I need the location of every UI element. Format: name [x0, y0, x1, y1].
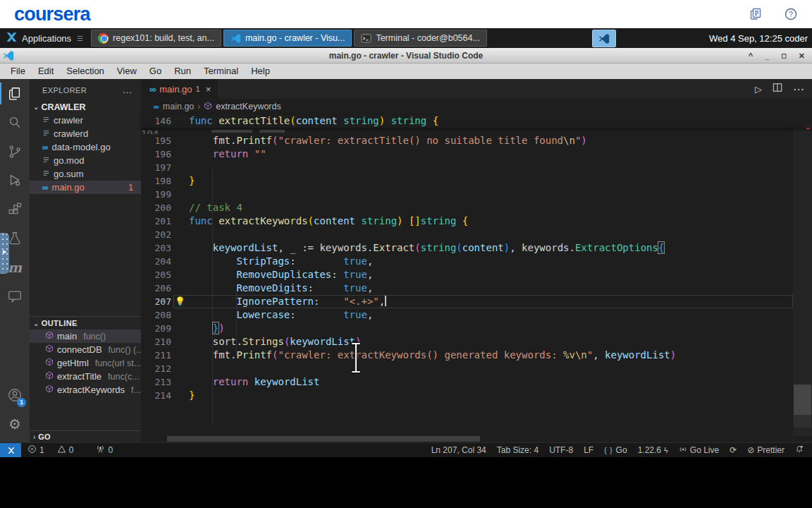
tab-main-go[interactable]: ∞ main.go 1 ×	[141, 79, 218, 99]
taskbar-window-3[interactable]: Terminal - coder@b0564...	[354, 30, 486, 47]
outline-extractKeywords[interactable]: extractKeywordsf...	[30, 383, 141, 397]
code-line-196[interactable]: 196 return ""	[141, 147, 812, 161]
menu-run[interactable]: Run	[168, 64, 197, 79]
status-sync[interactable]: ⟳	[730, 445, 737, 455]
outline-header[interactable]: ⌄ OUTLINE	[30, 316, 141, 329]
minimize-button[interactable]: _	[765, 52, 769, 60]
split-editor-icon[interactable]	[773, 83, 782, 95]
line-number[interactable]: 212	[141, 362, 178, 375]
line-number[interactable]: 200	[141, 201, 178, 214]
line-number[interactable]: 198	[141, 174, 178, 188]
code-line-198[interactable]: 198}	[141, 174, 812, 188]
ports-icon[interactable]	[96, 445, 105, 456]
status-bell[interactable]	[795, 445, 804, 456]
errors-icon[interactable]	[27, 445, 37, 456]
ports-count[interactable]: 0	[108, 445, 113, 455]
status-tab-size-4[interactable]: Tab Size: 4	[497, 445, 539, 455]
comments-icon[interactable]	[0, 282, 30, 310]
sticky-line-146[interactable]: 146func extractTitle(content string) str…	[141, 114, 812, 128]
line-number[interactable]: 209	[141, 322, 178, 335]
code-line-212[interactable]: 212	[141, 362, 812, 375]
status-go[interactable]: { }Go	[604, 445, 627, 455]
menu-help[interactable]: Help	[245, 64, 276, 79]
taskbar-launcher-button[interactable]	[592, 30, 616, 47]
line-number[interactable]: 214	[141, 389, 178, 402]
close-button[interactable]: ✕	[799, 52, 805, 61]
code-line-205[interactable]: 205 RemoveDuplicates: true,	[141, 268, 812, 282]
code-line-201[interactable]: 201func extractKeywords(content string) …	[141, 214, 812, 228]
line-number[interactable]: 196	[141, 147, 178, 161]
menu-go[interactable]: Go	[143, 64, 168, 79]
menu-terminal[interactable]: Terminal	[197, 64, 245, 79]
line-number[interactable]: 210	[141, 335, 178, 349]
line-number[interactable]: 197	[141, 161, 178, 174]
code-line-204[interactable]: 204 StripTags: true,	[141, 255, 812, 268]
file-crawlerd[interactable]: crawlerd	[30, 127, 141, 140]
line-number[interactable]: 204	[141, 255, 178, 268]
go-section-header[interactable]: › GO	[30, 430, 141, 442]
status-ln-207-col-34[interactable]: Ln 207, Col 34	[431, 445, 486, 455]
code-line-210[interactable]: 210 sort.Strings(keywordList)	[141, 335, 812, 349]
copy-icon[interactable]	[749, 7, 763, 21]
source-control-icon[interactable]	[0, 137, 30, 166]
status-lf[interactable]: LF	[584, 445, 593, 455]
line-number[interactable]: 203	[141, 241, 178, 255]
breadcrumb-item[interactable]: main.go	[163, 102, 194, 111]
line-number[interactable]: 208	[141, 308, 178, 322]
horizontal-scrollbar[interactable]	[167, 436, 480, 442]
explorer-icon[interactable]	[0, 79, 30, 108]
warnings-count[interactable]: 0	[69, 445, 74, 455]
code-line-214[interactable]: 214}	[141, 389, 812, 402]
extensions-icon[interactable]	[0, 195, 30, 224]
line-number[interactable]: 211	[141, 349, 178, 362]
coursera-logo[interactable]: coursera	[14, 0, 90, 28]
code-line-208[interactable]: 208 Lowercase: true,	[141, 308, 812, 322]
settings-icon[interactable]: ⚙	[0, 409, 30, 438]
file-data-model.go[interactable]: ∞data-model.go	[30, 140, 141, 154]
menu-selection[interactable]: Selection	[60, 64, 110, 79]
minimap[interactable]	[793, 114, 812, 436]
help-icon[interactable]: ?	[784, 7, 798, 21]
minimap-scroll-handle[interactable]	[794, 385, 811, 415]
file-main.go[interactable]: ∞main.go1	[30, 181, 141, 194]
taskbar-window-1[interactable]: regex101: build, test, an...	[91, 30, 221, 47]
code-line-199[interactable]: 199	[141, 188, 812, 201]
code-line-211[interactable]: 211 fmt.Printf("crawler: extractKeywords…	[141, 349, 812, 362]
status-go-live[interactable]: Go Live	[679, 445, 719, 456]
lab-drawer-handle[interactable]: ▶	[0, 233, 9, 274]
line-number[interactable]: 207	[141, 295, 178, 308]
status-prettier[interactable]: ⊘Prettier	[747, 445, 785, 455]
outline-connectDB[interactable]: connectDBfunc() (...	[30, 343, 141, 356]
outline-extractTitle[interactable]: extractTitlefunc(c...	[30, 370, 141, 383]
more-actions-icon[interactable]: ⋯	[793, 83, 805, 96]
run-debug-icon[interactable]	[0, 166, 30, 195]
warnings-icon[interactable]	[57, 445, 66, 456]
line-number[interactable]: 206	[141, 282, 178, 295]
line-number[interactable]: 146	[141, 114, 178, 128]
window-titlebar[interactable]: main.go - crawler - Visual Studio Code ^…	[0, 48, 812, 64]
status-utf-8[interactable]: UTF-8	[549, 445, 573, 455]
account-icon[interactable]: 1	[0, 380, 30, 409]
code-line-197[interactable]: 197	[141, 161, 812, 174]
code-line-200[interactable]: 200// task 4	[141, 201, 812, 214]
code-line-202[interactable]: 202	[141, 228, 812, 241]
menu-view[interactable]: View	[111, 64, 143, 79]
file-go.mod[interactable]: go.mod	[30, 154, 141, 167]
code-line-209[interactable]: 209 })	[141, 322, 812, 335]
line-number[interactable]: 205	[141, 268, 178, 282]
line-number[interactable]: 213	[141, 375, 178, 389]
remote-indicator[interactable]	[0, 443, 21, 457]
code-line-206[interactable]: 206 RemoveDigits: true,	[141, 282, 812, 295]
search-icon[interactable]	[0, 108, 30, 137]
folder-crawler[interactable]: ⌄ CRAWLER	[30, 100, 141, 114]
line-number[interactable]: 202	[141, 228, 178, 241]
code-line-207[interactable]: 207 IgnorePattern: "<.+>",💡	[141, 295, 812, 308]
lightbulb-icon[interactable]: 💡	[175, 296, 185, 307]
code-line-195[interactable]: 195 fmt.Printf("crawler: extractTitle() …	[141, 134, 812, 147]
file-go.sum[interactable]: go.sum	[30, 167, 141, 181]
line-number[interactable]: 199	[141, 188, 178, 201]
explorer-more-actions[interactable]: ...	[123, 85, 133, 95]
breadcrumb-item[interactable]: extractKeywords	[216, 102, 281, 111]
errors-count[interactable]: 1	[39, 445, 44, 455]
taskbar-window-2[interactable]: main.go - crawler - Visu...	[223, 30, 352, 47]
